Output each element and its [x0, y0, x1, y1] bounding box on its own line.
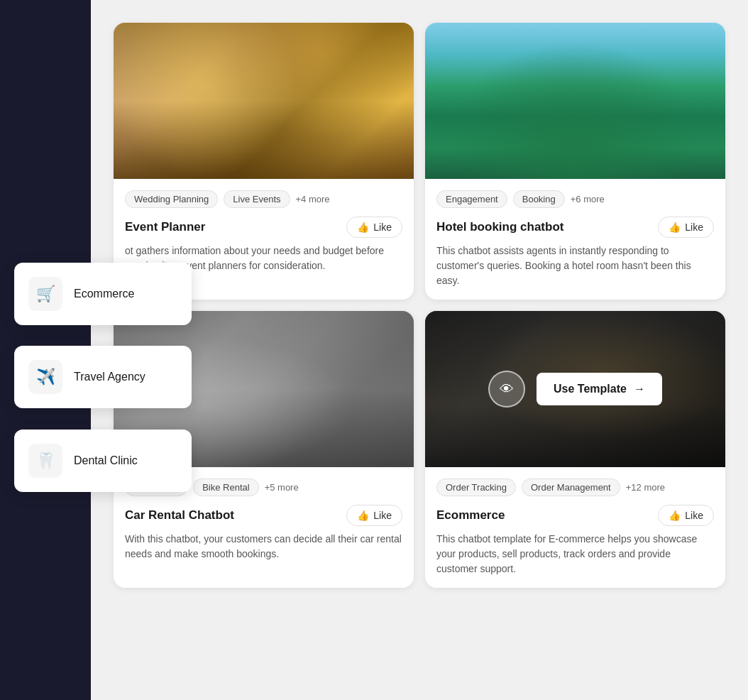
dental-icon: 🦷 [28, 444, 62, 478]
tag-more-event: +4 more [296, 194, 330, 204]
card-image-ecommerce: 👁 Use Template → [425, 311, 725, 467]
tag-live-events: Live Events [224, 190, 290, 208]
tag-more-ecommerce: +12 more [626, 482, 665, 493]
card-hotel-booking: Engagement Booking +6 more Hotel booking… [425, 23, 725, 300]
like-button-ecommerce[interactable]: 👍 Like [658, 505, 714, 526]
ecommerce-label: Ecommerce [74, 288, 134, 300]
card-title-row-hotel: Hotel booking chatbot 👍 Like [425, 208, 725, 244]
card-image-event [114, 23, 414, 179]
like-label-event: Like [373, 222, 392, 233]
travel-label: Travel Agency [74, 371, 145, 383]
tag-booking: Booking [513, 190, 565, 208]
card-desc-hotel: This chatbot assists agents in instantly… [425, 244, 725, 300]
eye-icon: 👁 [500, 381, 514, 398]
ecommerce-icon: 🛒 [28, 277, 62, 311]
like-button-car[interactable]: 👍 Like [346, 505, 402, 526]
dropdown-item-ecommerce[interactable]: 🛒 Ecommerce [14, 266, 192, 322]
like-button-event[interactable]: 👍 Like [346, 217, 402, 238]
card-desc-car: With this chatbot, your customers can de… [114, 532, 414, 573]
tag-more-hotel: +6 more [571, 194, 605, 204]
card-overlay-ecommerce: 👁 Use Template → [425, 311, 725, 467]
card-title-event: Event Planner [125, 220, 205, 234]
like-icon-ecommerce: 👍 [669, 510, 681, 521]
like-icon-car: 👍 [357, 510, 369, 521]
dental-label: Dental Clinic [74, 454, 138, 467]
card-image-wrapper-hotel [425, 23, 725, 179]
card-tags-hotel: Engagement Booking +6 more [425, 179, 725, 208]
use-template-button[interactable]: Use Template → [537, 373, 662, 405]
arrow-icon: → [634, 383, 645, 395]
travel-dropdown[interactable]: ✈️ Travel Agency [14, 346, 192, 408]
card-title-row-ecommerce: Ecommerce 👍 Like [425, 496, 725, 532]
card-title-hotel: Hotel booking chatbot [436, 220, 563, 234]
card-image-wrapper-event [114, 23, 414, 179]
like-label-hotel: Like [685, 222, 703, 233]
use-template-label: Use Template [554, 383, 627, 395]
card-tags-ecommerce: Order Tracking Order Management +12 more [425, 467, 725, 496]
like-button-hotel[interactable]: 👍 Like [658, 217, 714, 238]
like-icon-hotel: 👍 [669, 222, 681, 233]
ecommerce-dropdown[interactable]: 🛒 Ecommerce [14, 263, 192, 325]
tag-bike-rental: Bike Rental [193, 478, 258, 496]
dropdown-item-travel[interactable]: ✈️ Travel Agency [14, 349, 192, 405]
dropdown-item-dental[interactable]: 🦷 Dental Clinic [14, 432, 192, 489]
card-title-row-car: Car Rental Chatbot 👍 Like [114, 496, 414, 532]
card-image-wrapper-ecommerce: 👁 Use Template → [425, 311, 725, 467]
card-title-car: Car Rental Chatbot [125, 508, 234, 523]
tag-engagement: Engagement [436, 190, 507, 208]
like-label-ecommerce: Like [685, 510, 703, 521]
card-tags-event: Wedding Planning Live Events +4 more [114, 179, 414, 208]
card-event-planner: Wedding Planning Live Events +4 more Eve… [114, 23, 414, 300]
preview-button[interactable]: 👁 [488, 371, 525, 408]
like-label-car: Like [373, 510, 392, 521]
card-image-hotel [425, 23, 725, 179]
tag-order-tracking: Order Tracking [436, 478, 516, 496]
tag-wedding-planning: Wedding Planning [125, 190, 218, 208]
card-title-row-event: Event Planner 👍 Like [114, 208, 414, 244]
like-icon-event: 👍 [357, 222, 369, 233]
card-title-ecommerce: Ecommerce [436, 508, 505, 523]
card-ecommerce: 👁 Use Template → Order Tracking Order Ma… [425, 311, 725, 588]
tag-more-car: +5 more [265, 482, 299, 493]
tag-order-management: Order Management [522, 478, 620, 496]
card-desc-ecommerce: This chatbot template for E-commerce hel… [425, 532, 725, 588]
dental-dropdown[interactable]: 🦷 Dental Clinic [14, 430, 192, 492]
travel-icon: ✈️ [28, 360, 62, 394]
